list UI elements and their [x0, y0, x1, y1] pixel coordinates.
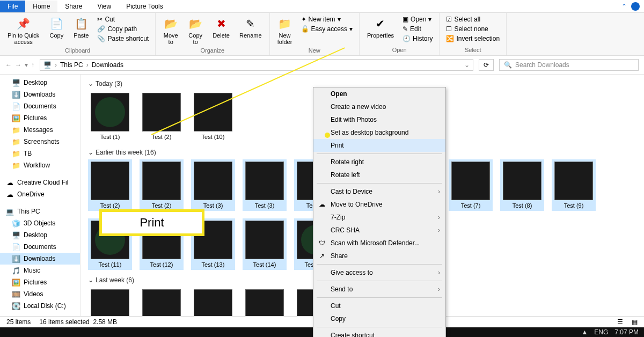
sidebar-item-tb[interactable]: 📁TB	[0, 148, 80, 159]
forward-button[interactable]: →	[15, 61, 21, 69]
breadcrumb[interactable]: 🖥️ › This PC › Downloads ⌄	[40, 59, 473, 71]
file-item[interactable]: Test (7)	[243, 287, 287, 316]
copy-to-button[interactable]: 📂Copy to	[186, 15, 205, 46]
dropdown-icon[interactable]: ⌄	[464, 61, 470, 69]
sidebar-item-messages[interactable]: 📁Messages	[0, 124, 80, 136]
sidebar-item-workflow[interactable]: 📁Workflow	[0, 159, 80, 171]
file-item[interactable]: Test (5)	[140, 287, 184, 316]
sidebar-item-onedrive[interactable]: ☁OneDrive	[0, 188, 80, 200]
paste-shortcut-button[interactable]: 📎 Paste shortcut	[96, 34, 150, 43]
tab-view[interactable]: View	[90, 1, 119, 12]
new-folder-button[interactable]: 📁New folder	[275, 15, 295, 46]
view-details-icon[interactable]: ☰	[617, 318, 623, 326]
sidebar-item-desktop[interactable]: 🖥️Desktop	[0, 229, 80, 241]
file-item[interactable]: Test (14)	[243, 218, 287, 270]
sidebar-item-videos[interactable]: 🎞️Videos	[0, 288, 80, 300]
open-button[interactable]: ▣ Open ▾	[401, 15, 434, 24]
up-button[interactable]: ↑	[31, 61, 34, 69]
menu-item-rotate-left[interactable]: Rotate left	[313, 169, 445, 181]
tab-share[interactable]: Share	[57, 1, 90, 12]
select-all-button[interactable]: ☑ Select all	[445, 15, 501, 24]
menu-item-create-a-new-video[interactable]: Create a new video	[313, 100, 445, 113]
group-header[interactable]: ⌄ Today (3)	[88, 80, 636, 87]
edit-button[interactable]: ✎ Edit	[401, 25, 434, 33]
sidebar-item-3d-objects[interactable]: 🧊3D Objects	[0, 217, 80, 229]
view-thumbnails-icon[interactable]: ▦	[632, 318, 638, 326]
menu-item-scan-with-microsoft-defender-[interactable]: 🛡Scan with Microsoft Defender...	[313, 237, 445, 250]
menu-separator	[317, 264, 442, 265]
file-item[interactable]: Test (3)	[191, 159, 235, 211]
copy-button[interactable]: 📄Copy	[47, 15, 66, 40]
file-item[interactable]: Test (4)	[88, 287, 132, 316]
ribbon-group-new: 📁New folder ✦ New item ▾ 🔓 Easy access ▾…	[270, 13, 360, 55]
sidebar-item-pictures[interactable]: 🖼️Pictures	[0, 276, 80, 288]
invert-selection-button[interactable]: 🔀 Invert selection	[445, 34, 501, 43]
file-item[interactable]: Test (2)	[140, 91, 184, 142]
menu-item-print[interactable]: Print	[313, 139, 445, 152]
paste-button[interactable]: 📋Paste	[71, 15, 91, 40]
tab-picture-tools[interactable]: Picture Tools	[119, 1, 170, 12]
language-indicator[interactable]: ENG	[594, 328, 608, 336]
sidebar-item-downloads[interactable]: ⬇️Downloads	[0, 89, 80, 100]
breadcrumb-root[interactable]: This PC	[60, 61, 83, 69]
menu-item-move-to-onedrive[interactable]: ☁Move to OneDrive	[313, 198, 445, 211]
clock[interactable]: 7:07 PM	[614, 328, 639, 336]
properties-button[interactable]: ✔Properties	[365, 15, 396, 40]
sidebar-item-documents[interactable]: 📄Documents	[0, 100, 80, 112]
file-item[interactable]: Test (6)	[191, 287, 235, 316]
menu-item-create-shortcut[interactable]: Create shortcut	[313, 329, 445, 337]
sidebar-item-music[interactable]: 🎵Music	[0, 265, 80, 276]
menu-item-share[interactable]: ↗Share	[313, 250, 445, 262]
file-item[interactable]: Test (7)	[449, 159, 493, 211]
sidebar-item-desktop[interactable]: 🖥️Desktop	[0, 77, 80, 89]
ribbon-group-clipboard: 📌Pin to Quick access 📄Copy 📋Paste ✂ Cut …	[0, 13, 156, 55]
file-item[interactable]: Test (2)	[88, 159, 132, 211]
recent-locations-icon[interactable]: ▾	[25, 61, 28, 69]
menu-item-open[interactable]: Open	[313, 87, 445, 100]
menu-item-cast-to-device[interactable]: Cast to Device	[313, 185, 445, 198]
ribbon-group-organize: 📂Move to 📂Copy to ✖Delete ✎Rename Organi…	[156, 13, 269, 55]
sidebar-item-pictures[interactable]: 🖼️Pictures	[0, 112, 80, 124]
file-item[interactable]: Test (8)	[500, 159, 544, 211]
rename-button[interactable]: ✎Rename	[237, 15, 264, 40]
file-item[interactable]: Test (2)	[140, 159, 184, 211]
menu-item-7-zip[interactable]: 7-Zip	[313, 211, 445, 224]
easy-access-button[interactable]: 🔓 Easy access ▾	[300, 25, 354, 33]
sidebar-item-downloads[interactable]: ⬇️Downloads	[0, 253, 80, 265]
menu-item-cut[interactable]: Cut	[313, 299, 445, 312]
tab-home[interactable]: Home	[25, 1, 57, 12]
file-name: Test (2)	[152, 202, 172, 209]
copy-path-button[interactable]: 🔗 Copy path	[96, 25, 150, 33]
file-item[interactable]: Test (3)	[243, 159, 287, 211]
menu-item-send-to[interactable]: Send to	[313, 283, 445, 296]
history-button[interactable]: 🕘 History	[401, 34, 434, 43]
sidebar-item-creative-cloud-fil[interactable]: ☁Creative Cloud Fil	[0, 177, 80, 188]
minimize-ribbon-icon[interactable]: ⌃	[621, 3, 627, 10]
menu-item-copy[interactable]: Copy	[313, 312, 445, 325]
move-to-button[interactable]: 📂Move to	[161, 15, 180, 46]
sidebar-item-screenshots[interactable]: 📁Screenshots	[0, 136, 80, 148]
cut-button[interactable]: ✂ Cut	[96, 15, 150, 24]
new-item-button[interactable]: ✦ New item ▾	[300, 15, 354, 24]
help-icon[interactable]	[631, 2, 640, 11]
refresh-button[interactable]: ⟳	[479, 59, 494, 71]
select-none-button[interactable]: ☐ Select none	[445, 25, 501, 33]
menu-item-rotate-right[interactable]: Rotate right	[313, 156, 445, 169]
sidebar-item-local-disk-c-[interactable]: 💽Local Disk (C:)	[0, 300, 80, 312]
file-item[interactable]: Test (9)	[552, 159, 596, 211]
pin-quick-access-button[interactable]: 📌Pin to Quick access	[5, 15, 41, 46]
menu-item-crc-sha[interactable]: CRC SHA	[313, 224, 445, 237]
sidebar-item-documents[interactable]: 📄Documents	[0, 241, 80, 253]
menu-item-edit-with-photos[interactable]: Edit with Photos	[313, 113, 445, 126]
delete-button[interactable]: ✖Delete	[210, 15, 232, 40]
file-item[interactable]: Test (10)	[191, 91, 235, 142]
menu-item-set-as-desktop-background[interactable]: Set as desktop background	[313, 126, 445, 139]
breadcrumb-folder[interactable]: Downloads	[92, 61, 123, 69]
tray-icon[interactable]: ▲	[581, 328, 588, 336]
search-input[interactable]: 🔍 Search Downloads	[499, 59, 639, 71]
tab-file[interactable]: File	[0, 1, 25, 12]
back-button[interactable]: ←	[5, 61, 12, 69]
sidebar-item-this-pc[interactable]: 💻This PC	[0, 206, 80, 217]
file-item[interactable]: Test (1)	[88, 91, 132, 142]
menu-item-give-access-to[interactable]: Give access to	[313, 266, 445, 279]
